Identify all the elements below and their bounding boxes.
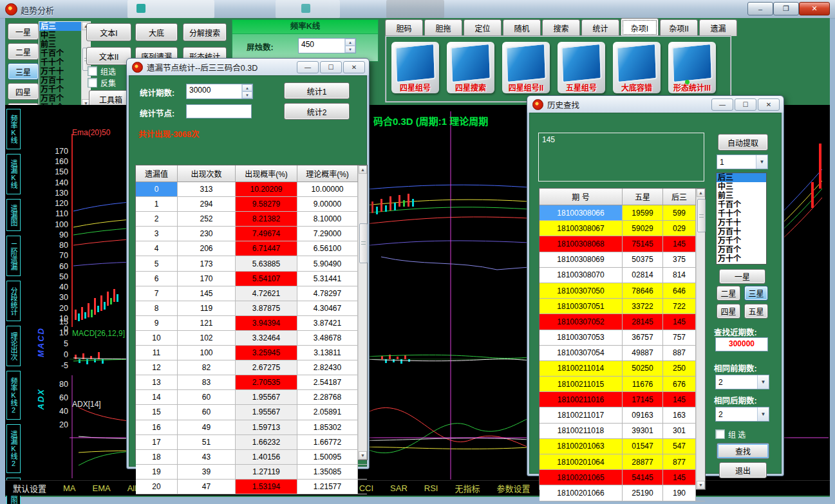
table-row[interactable]: 1810021101709163163: [539, 407, 705, 423]
same-after-dropdown[interactable]: 2 ▼: [715, 407, 769, 422]
sidebar-item[interactable]: 遗漏K线: [6, 154, 21, 194]
table-row[interactable]: 32307.496747.29000: [136, 227, 367, 241]
digit-count-dropdown[interactable]: 1 ▼: [717, 154, 768, 169]
sidebar-item[interactable]: 分段统计: [6, 281, 21, 321]
table-row[interactable]: 14601.955672.28768: [136, 390, 367, 405]
table-row[interactable]: 17511.662321.66772: [136, 435, 367, 450]
tab[interactable]: 胆拖: [424, 19, 462, 36]
toolbar-item[interactable]: 无指标: [455, 482, 480, 494]
table-row[interactable]: 18431.401561.50095: [136, 450, 367, 465]
position-item[interactable]: 千百个: [717, 200, 766, 209]
col-header[interactable]: 理论概率(%): [297, 165, 358, 182]
star-button[interactable]: 一星: [8, 23, 39, 40]
close-button[interactable]: ✕: [758, 98, 780, 111]
table-row[interactable]: 1810021101450250250: [539, 361, 705, 377]
position-item[interactable]: 万百个: [39, 94, 82, 103]
position-listbox[interactable]: ▲ ▼ 后三中三前三千百个千十个万千十万百十万千个万百个万十个: [39, 21, 91, 108]
icon-button[interactable]: 四星组号: [391, 42, 439, 93]
position-item[interactable]: 前三: [39, 40, 82, 49]
table-row[interactable]: 15601.955672.05891: [136, 405, 367, 420]
star-button[interactable]: 五星: [744, 304, 768, 319]
icon-button[interactable]: 四星组号II: [502, 42, 550, 93]
minimize-button[interactable]: –: [747, 2, 773, 15]
position-listbox[interactable]: 后三中三前三千百个千十个万千十万百十万千个万百个万十个: [716, 173, 767, 265]
table-row[interactable]: 111003.259453.13811: [136, 346, 367, 360]
sidebar-item[interactable]: 频率K线2: [6, 371, 21, 420]
position-item[interactable]: 万百十: [39, 76, 82, 85]
maximize-button[interactable]: ❐: [773, 2, 799, 15]
stats-table-scrollbar[interactable]: ▲ ▼: [358, 165, 367, 460]
toolbar-item[interactable]: 默认设置: [13, 482, 46, 494]
position-item[interactable]: 千十个: [39, 58, 82, 67]
position-item[interactable]: 中三: [39, 31, 82, 40]
icon-button[interactable]: 四星搜索: [447, 42, 494, 93]
position-item[interactable]: 万千十: [39, 67, 82, 76]
tab[interactable]: 杂项I: [621, 18, 659, 37]
star-button[interactable]: 三星: [8, 63, 39, 80]
col-header[interactable]: 后三: [663, 189, 696, 205]
dialog-titlebar[interactable]: 遗漏节点统计--后三三码合0.3D — ☐ ✕: [127, 59, 369, 75]
stat1-button[interactable]: 统计1: [284, 82, 350, 99]
position-item[interactable]: 万百个: [717, 245, 766, 254]
maximize-button[interactable]: ☐: [320, 61, 342, 73]
toolbar-item[interactable]: 参数设置: [496, 482, 530, 494]
table-row[interactable]: 1810030806759029029: [539, 221, 705, 236]
col-header[interactable]: 出现概率(%): [236, 165, 297, 182]
tab[interactable]: 胆码: [385, 19, 423, 36]
col-header[interactable]: 五星: [623, 189, 663, 205]
spinner-arrows-icon[interactable]: ▲▼: [241, 84, 252, 98]
table-row[interactable]: 1810030705133722722: [539, 299, 705, 314]
search-button[interactable]: 查找: [717, 443, 769, 459]
stat2-button[interactable]: 统计2: [284, 103, 350, 120]
periods-spinner[interactable]: 30000 ▲▼: [186, 84, 253, 99]
table-row[interactable]: 71454.726214.78297: [136, 286, 367, 301]
tab[interactable]: 搜索: [542, 19, 580, 36]
fanji-checkbox[interactable]: 反集: [88, 77, 116, 88]
node-input[interactable]: [186, 104, 252, 118]
table-row[interactable]: 1810030705449887887: [539, 346, 705, 361]
toolbar-item[interactable]: SAR: [390, 483, 408, 493]
toolbar-item[interactable]: MA: [63, 483, 76, 493]
position-item[interactable]: 前三: [717, 191, 766, 200]
col-header[interactable]: 期 号: [539, 189, 623, 205]
tab[interactable]: 统计: [581, 19, 619, 36]
star-button[interactable]: 四星: [717, 304, 740, 319]
tab[interactable]: 随机: [503, 19, 541, 36]
exit-button[interactable]: 退出: [719, 462, 767, 478]
table-row[interactable]: 20471.531941.21577: [136, 480, 367, 494]
table-row[interactable]: 12822.672752.82430: [136, 360, 367, 375]
sidebar-item[interactable]: 理论出次: [6, 326, 21, 366]
fenjie-search-button[interactable]: 分解搜索: [183, 23, 227, 41]
text2-button[interactable]: 文本II: [86, 47, 131, 65]
candles-spinner[interactable]: 450 ▲▼: [298, 38, 356, 53]
sidebar-item[interactable]: 频率K线: [6, 109, 21, 149]
table-row[interactable]: 19391.271191.35085: [136, 465, 367, 480]
table-row[interactable]: 1810030806619599599: [539, 205, 705, 221]
table-row[interactable]: 101023.324643.48678: [136, 331, 367, 346]
sidebar-item[interactable]: 遗漏K线2: [6, 424, 21, 473]
text1-button[interactable]: 文本I: [86, 23, 131, 41]
position-item[interactable]: 万千十: [717, 218, 766, 227]
same-before-dropdown[interactable]: 2 ▼: [715, 375, 769, 389]
auto-extract-button[interactable]: 自动提取: [718, 134, 768, 151]
sidebar-item[interactable]: 遗漏图: [6, 199, 21, 231]
sidebar-item[interactable]: 二阶遗漏: [6, 236, 21, 276]
history-table-scrollbar[interactable]: ▲ ▼: [696, 189, 705, 489]
titlebar[interactable]: 趋势分析 – ❐ ✕: [0, 0, 835, 19]
position-item[interactable]: 后三: [717, 173, 766, 182]
close-button[interactable]: ✕: [799, 2, 830, 15]
maximize-button[interactable]: ☐: [735, 98, 756, 111]
icon-button[interactable]: 大底容错: [613, 42, 661, 93]
icon-button[interactable]: 形态统计III: [668, 42, 716, 93]
table-row[interactable]: 1810020106625190190: [539, 485, 705, 501]
table-row[interactable]: 1810021101839301301: [539, 424, 705, 439]
table-row[interactable]: 13832.705352.54187: [136, 375, 367, 390]
position-item[interactable]: 中三: [717, 182, 766, 191]
star-button[interactable]: 二星: [8, 43, 39, 60]
tab[interactable]: 杂项II: [660, 19, 698, 36]
query-numbers-textarea[interactable]: 145: [538, 133, 704, 182]
table-row[interactable]: 22528.213828.10000: [136, 212, 367, 227]
toolbar-item[interactable]: RSI: [424, 483, 438, 493]
tab[interactable]: 定位: [464, 19, 502, 36]
table-row[interactable]: 1810021101617145145: [539, 392, 705, 407]
